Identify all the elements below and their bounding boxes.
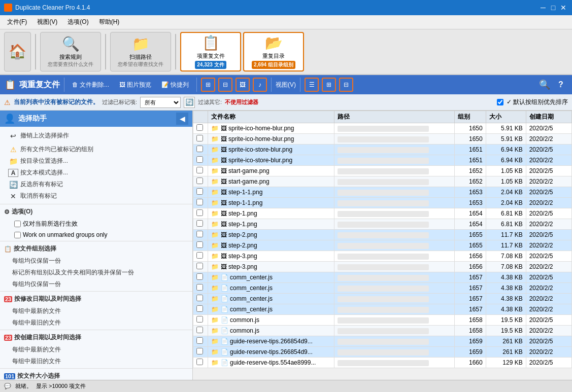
row-checkbox-cell[interactable] [193, 134, 208, 145]
row-checkbox-cell[interactable] [193, 176, 208, 187]
newest-created[interactable]: 每组中最新的文件 [0, 344, 192, 355]
table-row[interactable]: 📁 📄 guide-reserve-tips.266854d9...165926… [193, 336, 572, 347]
table-row[interactable]: 📁 📄 comm_center.js16574.38 KB2020/2/5 [193, 272, 572, 283]
table-row[interactable]: 📁 🖼 step-1-1.png16532.04 KB2020/2/5 [193, 187, 572, 198]
table-row[interactable]: 📁 🖼 start-game.png16521.05 KB2020/2/2 [193, 176, 572, 187]
table-row[interactable]: 📁 📄 guide-reserve-tips.266854d9...165926… [193, 347, 572, 358]
list-btn-2[interactable]: ⊞ [322, 78, 336, 92]
newest-modified[interactable]: 每组中最新的文件 [0, 305, 192, 317]
table-row[interactable]: 📁 🖼 sprite-ico-home-blur.png16505.91 KB2… [193, 123, 572, 134]
table-row[interactable]: 📁 🖼 step-1.png16546.81 KB2020/2/5 [193, 208, 572, 219]
unmarked-groups-checkbox[interactable]: Work on unmarked groups only [0, 230, 192, 240]
row-checkbox-cell[interactable] [193, 198, 208, 208]
row-checkbox-cell[interactable] [193, 315, 208, 326]
help-icon-btn[interactable]: ? [554, 78, 568, 92]
list-btn-1[interactable]: ☰ [305, 78, 319, 92]
view-btn-4[interactable]: ♪ [253, 78, 267, 92]
view-btn-3[interactable]: 🖼 [235, 78, 250, 92]
table-row[interactable]: 📁 📄 common.js165819.5 KB2020/2/2 [193, 326, 572, 336]
row-checkbox[interactable] [196, 135, 203, 141]
row-checkbox-cell[interactable] [193, 145, 208, 155]
search-icon-btn[interactable]: 🔍 [537, 78, 552, 92]
keep-one-per-group-2[interactable]: 每组均仅保留一份 [0, 278, 192, 290]
menu-view[interactable]: 视图(V) [32, 16, 62, 28]
menu-options[interactable]: 选项(O) [62, 16, 93, 28]
minimize-button[interactable]: ─ [539, 3, 548, 12]
row-checkbox[interactable] [196, 231, 203, 237]
sort-label[interactable]: ✓ 默认按组别优先排序 [497, 98, 568, 106]
row-checkbox[interactable] [196, 241, 203, 248]
toolbar-scan-path[interactable]: 📁 扫描路径 您希望在哪查找文件 [110, 32, 171, 72]
by-dir-item[interactable]: 📁 按目录位置选择... [4, 155, 188, 167]
table-row[interactable]: 📁 🖼 sprite-ico-store-blur.png16516.94 KB… [193, 145, 572, 155]
only-current-selection-checkbox[interactable]: 仅对当前所选行生效 [0, 218, 192, 230]
row-checkbox-cell[interactable] [193, 187, 208, 198]
row-checkbox-cell[interactable] [193, 336, 208, 347]
table-row[interactable]: 📁 📄 comm_center.js16574.38 KB2020/2/2 [193, 283, 572, 294]
table-row[interactable]: 📁 🖼 step-3.png16567.08 KB2020/2/5 [193, 251, 572, 262]
undo-item[interactable]: ↩ 撤销上次选择操作 [4, 130, 188, 141]
table-row[interactable]: 📁 🖼 step-3.png16567.08 KB2020/2/2 [193, 262, 572, 272]
unmarked-groups-input[interactable] [14, 232, 21, 238]
row-checkbox-cell[interactable] [193, 123, 208, 134]
row-checkbox[interactable] [196, 316, 203, 323]
row-checkbox-cell[interactable] [193, 294, 208, 304]
row-checkbox-cell[interactable] [193, 251, 208, 262]
row-checkbox[interactable] [196, 167, 203, 173]
table-row[interactable]: 📁 🖼 step-2.png165511.7 KB2020/2/5 [193, 230, 572, 240]
row-checkbox-cell[interactable] [193, 230, 208, 240]
row-checkbox[interactable] [196, 209, 203, 216]
toolbar2-quicklist[interactable]: 📝 快捷列 [158, 78, 192, 92]
only-current-selection-input[interactable] [14, 221, 21, 227]
row-checkbox-cell[interactable] [193, 326, 208, 336]
table-row[interactable]: 📁 📄 guide-reserve-tips.554ae8999...16601… [193, 358, 572, 368]
row-checkbox[interactable] [196, 337, 203, 344]
invert-marks-item[interactable]: 🔄 反选所有有标记 [4, 179, 188, 190]
toolbar-home[interactable]: 🏠 [4, 32, 31, 72]
row-checkbox[interactable] [196, 146, 203, 152]
menu-file[interactable]: 文件(F) [2, 16, 32, 28]
row-checkbox[interactable] [196, 327, 203, 333]
row-checkbox[interactable] [196, 284, 203, 291]
toolbar-duplicate-files[interactable]: 📋 项重复文件 24,323 文件 [180, 32, 241, 72]
left-panel-collapse-button[interactable]: ◀ [176, 113, 188, 125]
row-checkbox[interactable] [196, 252, 203, 259]
row-checkbox[interactable] [196, 156, 203, 163]
keep-same-folder[interactable]: 标记所有组别以及文件夹相同的项并保留一份 [0, 267, 192, 278]
table-row[interactable]: 📁 🖼 sprite-ico-store-blur.png16516.94 KB… [193, 155, 572, 166]
row-checkbox-cell[interactable] [193, 283, 208, 294]
toolbar2-delete[interactable]: 🗑 文件删除... [69, 78, 113, 92]
table-row[interactable]: 📁 🖼 start-game.png16521.05 KB2020/2/5 [193, 166, 572, 176]
menu-help[interactable]: 帮助(H) [94, 16, 125, 28]
clear-marks-item[interactable]: ✕ 取消所有标记 [4, 190, 188, 202]
table-row[interactable]: 📁 📄 common.js165819.5 KB2020/2/5 [193, 315, 572, 326]
row-checkbox[interactable] [196, 220, 203, 227]
row-checkbox-cell[interactable] [193, 272, 208, 283]
row-checkbox[interactable] [196, 188, 203, 195]
view-btn-1[interactable]: ⊞ [201, 78, 215, 92]
table-row[interactable]: 📁 🖼 step-2.png165511.7 KB2020/2/2 [193, 240, 572, 251]
row-checkbox-cell[interactable] [193, 208, 208, 219]
table-row[interactable]: 📁 📄 comm_center.js16574.38 KB2020/2/2 [193, 304, 572, 315]
toolbar-duplicate-dirs[interactable]: 📂 重复目录 2,694 组目录组别 [243, 32, 304, 72]
oldest-created[interactable]: 每组中最旧的文件 [0, 355, 192, 367]
row-checkbox[interactable] [196, 359, 203, 365]
table-row[interactable]: 📁 🖼 step-1-1.png16532.04 KB2020/2/2 [193, 198, 572, 208]
row-checkbox-cell[interactable] [193, 304, 208, 315]
row-checkbox-cell[interactable] [193, 219, 208, 230]
filter-select[interactable]: 所有 已标记 未标记 [140, 97, 181, 108]
row-checkbox[interactable] [196, 263, 203, 269]
row-checkbox-cell[interactable] [193, 155, 208, 166]
list-btn-3[interactable]: ⊟ [339, 78, 353, 92]
toolbar2-preview[interactable]: 🖼 图片预览 [116, 78, 155, 92]
sort-checkbox[interactable] [497, 99, 503, 105]
close-button[interactable]: ✕ [559, 3, 568, 12]
row-checkbox-cell[interactable] [193, 347, 208, 358]
row-checkbox[interactable] [196, 348, 203, 354]
view-btn-2[interactable]: ⊟ [218, 78, 232, 92]
row-checkbox-cell[interactable] [193, 262, 208, 272]
keep-one-per-group-1[interactable]: 每组均仅保留一份 [0, 255, 192, 267]
table-row[interactable]: 📁 🖼 sprite-ico-home-blur.png16505.91 KB2… [193, 134, 572, 145]
oldest-modified[interactable]: 每组中最旧的文件 [0, 317, 192, 329]
table-row[interactable]: 📁 📄 comm_center.js16574.38 KB2020/2/2 [193, 294, 572, 304]
